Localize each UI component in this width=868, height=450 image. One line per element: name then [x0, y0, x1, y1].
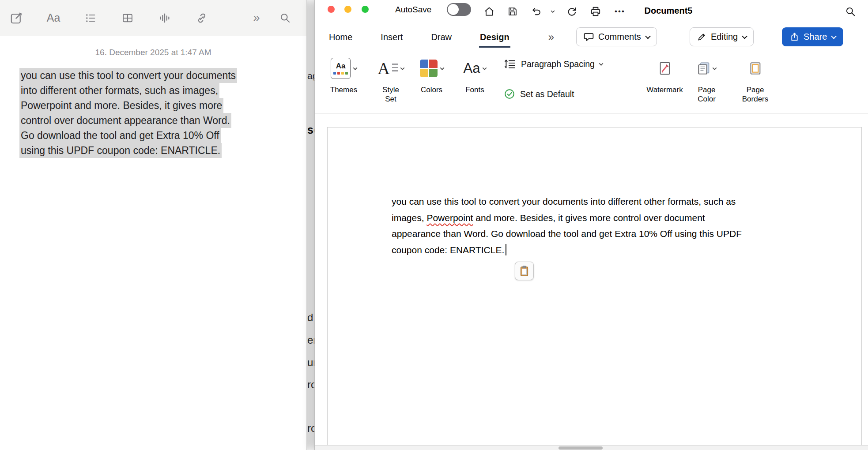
- chevron-down-icon: [742, 34, 747, 39]
- watermark-icon: [659, 62, 671, 75]
- page-borders-button[interactable]: PageBorders: [734, 55, 776, 104]
- minimize-button[interactable]: [344, 6, 351, 13]
- tab-design[interactable]: Design: [479, 32, 510, 48]
- notes-search-button[interactable]: [275, 8, 295, 28]
- search-icon: [845, 6, 856, 17]
- themes-button[interactable]: Aa Themes: [323, 55, 365, 94]
- note-line: Powerpoint and more. Besides, it gives m…: [19, 98, 298, 113]
- link-button[interactable]: [192, 8, 212, 28]
- style-set-button[interactable]: A StyleSet: [373, 55, 408, 104]
- comments-button[interactable]: Comments: [576, 27, 657, 46]
- style-set-label: StyleSet: [382, 85, 399, 104]
- colors-label: Colors: [421, 85, 442, 94]
- home-icon: [483, 6, 495, 17]
- document-page[interactable]: you can use this tool to convert your do…: [327, 127, 862, 446]
- notes-window: Aa »: [0, 0, 307, 450]
- scrollbar-thumb[interactable]: [559, 446, 603, 450]
- page-borders-label: PageBorders: [742, 85, 769, 104]
- table-icon: [121, 12, 134, 24]
- paragraph-spacing-button[interactable]: Paragraph Spacing: [504, 58, 603, 70]
- chart-button[interactable]: [155, 8, 175, 28]
- titlebar-search-button[interactable]: [842, 3, 859, 20]
- doc-text-segment: images,: [392, 213, 426, 223]
- set-as-default-button[interactable]: Set as Default: [504, 88, 574, 100]
- horizontal-scrollbar[interactable]: [315, 445, 868, 450]
- colors-button[interactable]: Colors: [413, 55, 450, 94]
- print-button[interactable]: [587, 3, 604, 20]
- watermark-label: Watermark: [646, 85, 683, 94]
- pencil-icon: [697, 32, 707, 42]
- home-button[interactable]: [480, 3, 498, 20]
- note-date: 16. December 2025 at 1:47 AM: [0, 48, 306, 57]
- redo-button[interactable]: [563, 3, 581, 20]
- themes-icon: Aa: [331, 58, 351, 79]
- paragraph-spacing-icon: [504, 58, 516, 70]
- fonts-button[interactable]: Aa Fonts: [456, 55, 494, 94]
- notes-toolbar: Aa »: [0, 0, 306, 36]
- format-aa-icon: Aa: [47, 11, 60, 24]
- themes-aa-glyph: Aa: [336, 62, 346, 70]
- page-borders-icon: [749, 62, 762, 75]
- editing-label: Editing: [711, 32, 738, 42]
- tab-insert[interactable]: Insert: [380, 32, 404, 48]
- checklist-button[interactable]: [80, 8, 101, 28]
- paste-options-button[interactable]: [515, 262, 534, 280]
- background-window-strip: ag se d er ur ro ro: [307, 0, 314, 450]
- share-button[interactable]: Share: [782, 27, 843, 46]
- clipped-text-fragment: d: [307, 311, 313, 324]
- checklist-icon: [84, 12, 97, 24]
- misspelled-word: Powerpoint: [426, 213, 473, 223]
- selected-text[interactable]: control over document appearance than Wo…: [19, 113, 231, 128]
- chevron-down-icon: [712, 66, 717, 70]
- chevron-down-icon: [483, 66, 487, 70]
- table-button[interactable]: [117, 8, 138, 28]
- clipped-text-fragment: ag: [307, 71, 314, 81]
- tabs-overflow-button[interactable]: »: [547, 31, 555, 48]
- chevron-down-icon: [400, 66, 404, 70]
- autosave-toggle[interactable]: [447, 3, 471, 16]
- clipped-text-fragment: er: [307, 334, 314, 346]
- text-format-button[interactable]: Aa: [43, 8, 64, 28]
- selected-text[interactable]: using this UPDF coupon code: ENARTICLE.: [19, 143, 222, 158]
- save-button[interactable]: [504, 3, 521, 20]
- compose-icon: [10, 11, 23, 25]
- colors-icon: [420, 60, 438, 77]
- toolbar-overflow-button[interactable]: »: [246, 8, 267, 28]
- undo-button[interactable]: [528, 3, 545, 20]
- compose-note-button[interactable]: [6, 8, 26, 28]
- style-set-icon: A: [377, 60, 397, 77]
- ribbon: Aa Themes A StyleSet: [315, 49, 868, 114]
- watermark-button[interactable]: Watermark: [644, 55, 686, 94]
- autosave-label: AutoSave: [395, 5, 431, 15]
- doc-line: coupon code: ENARTICLE.: [392, 242, 815, 259]
- fullscreen-button[interactable]: [362, 6, 369, 13]
- share-icon: [789, 32, 800, 42]
- selected-text[interactable]: Go download the tool and get Extra 10% O…: [19, 128, 221, 143]
- comment-bubble-icon: [583, 31, 594, 42]
- paragraph-spacing-label: Paragraph Spacing: [521, 59, 595, 69]
- desktop: Aa »: [0, 0, 868, 450]
- tab-home[interactable]: Home: [328, 32, 353, 48]
- note-line: into different other formats, such as im…: [19, 83, 298, 98]
- save-icon: [507, 6, 518, 17]
- selected-text[interactable]: into different other formats, such as im…: [19, 83, 219, 98]
- page-color-button[interactable]: PageColor: [688, 55, 725, 104]
- doc-text-segment: coupon code: ENARTICLE.: [392, 245, 504, 255]
- selected-text[interactable]: you can use this tool to convert your do…: [19, 68, 237, 83]
- chevron-down-icon: [599, 61, 604, 66]
- chevron-down-icon: [353, 66, 358, 70]
- document-text[interactable]: you can use this tool to convert your do…: [392, 194, 815, 258]
- chevron-down-icon: [645, 34, 651, 39]
- tab-draw[interactable]: Draw: [430, 32, 453, 48]
- ribbon-tabs: Home Insert Draw Design »: [328, 26, 555, 48]
- note-line: control over document appearance than Wo…: [19, 113, 298, 128]
- editing-button[interactable]: Editing: [690, 27, 754, 46]
- note-editor[interactable]: you can use this tool to convert your do…: [19, 68, 298, 158]
- doc-line: you can use this tool to convert your do…: [392, 194, 815, 210]
- undo-dropdown-button[interactable]: [548, 3, 558, 20]
- themes-label: Themes: [330, 85, 357, 94]
- selected-text[interactable]: Powerpoint and more. Besides, it gives m…: [19, 98, 223, 113]
- chevron-down-icon: [440, 66, 444, 70]
- word-window: AutoSave ••• Document5: [314, 0, 868, 450]
- close-button[interactable]: [328, 6, 335, 13]
